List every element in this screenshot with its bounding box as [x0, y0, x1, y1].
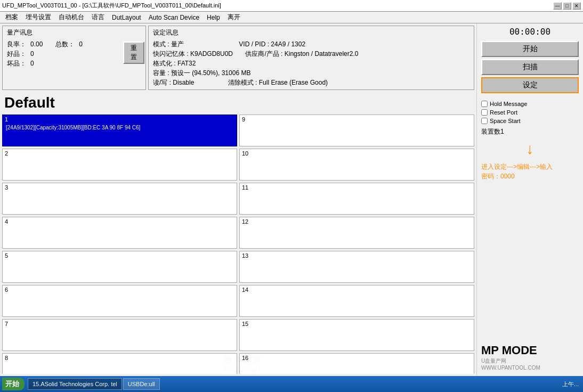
device-slot-14[interactable]: 14: [239, 285, 474, 317]
device-slot-label-11: 11: [242, 184, 248, 191]
device-slot-7[interactable]: 7: [2, 319, 237, 351]
device-slot-1[interactable]: 1[24A9/1302][Capacity:31005MB][BD:EC 3A …: [2, 115, 237, 146]
timer-display: 00:00:00: [481, 27, 579, 37]
device-slot-label-5: 5: [5, 252, 8, 259]
hint-text: 进入设定--->编辑--->输入密码：0000: [481, 162, 579, 181]
left-panel: 量产讯息 良率： 0.00 好品： 0 坏品： 0: [0, 23, 476, 376]
settings-erase-mode: 清除模式 : Full Erase (Erase Good): [228, 79, 328, 86]
settings-row-flash: 快闪记忆体 : K9ADGD8U0D 供应商/产品 : Kingston / D…: [153, 49, 469, 59]
bad-label: 坏品：: [7, 59, 26, 68]
reset-port-row: Reset Port: [481, 109, 579, 116]
device-slot-16[interactable]: 16: [239, 353, 474, 374]
settings-flash-label: 快闪记忆体 : K9ADGD8U0D: [153, 50, 233, 58]
taskbar-time: 上午...: [562, 380, 579, 388]
title-bar-text: UFD_MPTool_V003T011_00 - [G:\工具软件\UFD_MP…: [2, 2, 221, 10]
device-slot-2[interactable]: 2: [2, 149, 237, 181]
taskbar-item-1[interactable]: USBDe:ull: [123, 378, 160, 390]
menu-help[interactable]: Help: [204, 13, 223, 22]
main-area: 量产讯息 良率： 0.00 好品： 0 坏品： 0: [0, 23, 583, 376]
device-count-label: 装置数1: [481, 127, 579, 136]
close-button[interactable]: ✕: [572, 2, 581, 10]
device-slot-label-12: 12: [242, 218, 248, 225]
device-slot-13[interactable]: 13: [239, 251, 474, 283]
title-bar-controls: — □ ✕: [553, 2, 581, 10]
device-slot-5[interactable]: 5: [2, 251, 237, 283]
taskbar-item-0-label: 15.ASolid Technologies Corp. tel: [33, 381, 117, 387]
device-slot-15[interactable]: 15: [239, 319, 474, 351]
taskbar: 开始 15.ASolid Technologies Corp. tel USBD…: [0, 376, 583, 392]
maximize-button[interactable]: □: [563, 2, 571, 10]
hold-message-row: Hold Message: [481, 101, 579, 107]
minimize-button[interactable]: —: [553, 2, 562, 10]
yield-label: 良率：: [7, 39, 26, 49]
watermark: 数码之家 MYDIGIT.NET: [224, 354, 262, 373]
device-slot-label-14: 14: [242, 287, 248, 293]
yield-value: 0.00: [30, 39, 43, 49]
menu-embed-settings[interactable]: 埋号设置: [22, 12, 54, 23]
reset-button[interactable]: 重置: [123, 42, 144, 64]
taskbar-right: 上午...: [562, 380, 581, 388]
device-slot-label-7: 7: [5, 321, 8, 327]
settings-row-capacity: 容量 : 预设一 (94.50%), 31006 MB: [153, 68, 469, 78]
device-slot-label-4: 4: [5, 218, 8, 225]
settings-capacity-label: 容量 : 预设一 (94.50%), 31006 MB: [153, 69, 250, 77]
menu-file[interactable]: 档案: [2, 12, 21, 23]
info-row: 量产讯息 良率： 0.00 好品： 0 坏品： 0: [2, 26, 474, 90]
settings-info-title: 设定讯息: [153, 28, 469, 37]
hint-text-content: 进入设定--->编辑--->输入密码：0000: [481, 163, 553, 180]
start-menu-button[interactable]: 开始: [2, 378, 25, 390]
menu-bar: 档案 埋号设置 自动机台 语言 DutLayout Auto Scan Devi…: [0, 12, 583, 23]
hold-message-checkbox[interactable]: [481, 101, 488, 107]
device-slot-label-9: 9: [242, 116, 245, 123]
production-info-title: 量产讯息: [7, 28, 141, 37]
total-value: 0: [79, 39, 83, 49]
total-label: 总数：: [55, 39, 75, 49]
settings-row-mode: 模式 : 量产 VID / PID : 24A9 / 1302: [153, 39, 469, 49]
bad-row: 坏品： 0: [7, 59, 43, 68]
yield-row: 良率： 0.00: [7, 39, 43, 49]
production-info-box: 量产讯息 良率： 0.00 好品： 0 坏品： 0: [2, 26, 146, 90]
device-slot-content-1: [24A9/1302][Capacity:31005MB][BD:EC 3A 9…: [5, 125, 234, 130]
menu-exit[interactable]: 离开: [224, 12, 244, 23]
device-slot-3[interactable]: 3: [2, 183, 237, 215]
device-slot-12[interactable]: 12: [239, 217, 474, 249]
settings-button[interactable]: 设定: [481, 77, 579, 93]
space-start-label: Space Start: [490, 118, 520, 124]
menu-auto-machine[interactable]: 自动机台: [55, 12, 87, 23]
space-start-row: Space Start: [481, 118, 579, 124]
mp-mode-block: MP MODE U盘量产网WWW.UPANTOOL.COM: [481, 344, 579, 373]
start-button[interactable]: 开始: [481, 41, 579, 57]
reset-port-label: Reset Port: [490, 109, 517, 116]
settings-info-box: 设定讯息 模式 : 量产 VID / PID : 24A9 / 1302 快闪记…: [148, 26, 474, 90]
space-start-checkbox[interactable]: [481, 118, 488, 124]
device-slot-10[interactable]: 10: [239, 149, 474, 181]
right-panel: 00:00:00 开始 扫描 设定 Hold Message Reset Por…: [476, 23, 583, 376]
device-slot-label-10: 10: [242, 150, 248, 157]
device-slot-11[interactable]: 11: [239, 183, 474, 215]
device-slot-9[interactable]: 9: [239, 115, 474, 146]
device-slot-8[interactable]: 8: [2, 353, 237, 374]
reset-port-checkbox[interactable]: [481, 109, 488, 116]
device-slot-label-13: 13: [242, 252, 248, 259]
device-slot-label-8: 8: [5, 355, 8, 361]
settings-vendor: 供应商/产品 : Kingston / Datatraveler2.0: [245, 50, 358, 58]
menu-language[interactable]: 语言: [88, 12, 108, 23]
menu-auto-scan-device[interactable]: Auto Scan Device: [145, 13, 203, 22]
device-slot-label-15: 15: [242, 321, 248, 327]
scan-button[interactable]: 扫描: [481, 59, 579, 75]
settings-vid-pid: VID / PID : 24A9 / 1302: [239, 40, 305, 48]
arrow-down-icon: ↓: [481, 141, 579, 158]
device-slot-label-2: 2: [5, 150, 8, 157]
device-slot-label-6: 6: [5, 287, 8, 293]
settings-rw-label: 读/写 : Disable: [153, 79, 194, 86]
good-value: 0: [30, 49, 34, 59]
taskbar-item-0[interactable]: 15.ASolid Technologies Corp. tel: [28, 378, 122, 390]
device-slot-6[interactable]: 6: [2, 285, 237, 317]
device-slot-4[interactable]: 4: [2, 217, 237, 249]
menu-dutlayout[interactable]: DutLayout: [109, 13, 144, 22]
mp-mode-text: MP MODE: [481, 344, 579, 357]
good-row: 好品： 0: [7, 49, 43, 59]
settings-row-format: 格式化 : FAT32: [153, 59, 469, 68]
default-heading: Default: [2, 92, 474, 115]
device-slot-label-1: 1: [5, 116, 8, 123]
